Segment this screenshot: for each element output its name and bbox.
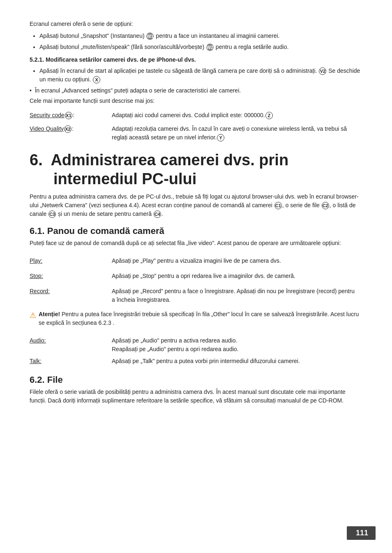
def-desc-play: Apăsați pe „Play" pentru a vizualiza ima… xyxy=(112,252,362,267)
def-desc-stop: Apăsați pe „Stop" pentru a opri redarea … xyxy=(112,267,362,282)
def-row-stop: Stop: Apăsați pe „Stop" pentru a opri re… xyxy=(30,267,362,282)
def-row-security: Security codeX1: Adaptați aici codul cam… xyxy=(30,109,362,121)
badge-x: X xyxy=(93,76,100,83)
section61-intro: Puteți face uz de panoul de comandă după… xyxy=(30,239,362,248)
def-row-audio: Audio: Apăsați pe „Audio" pentru a activ… xyxy=(30,331,362,355)
def-term-play: Play: xyxy=(30,252,112,267)
def-table-521: Security codeX1: Adaptați aici codul cam… xyxy=(30,109,362,143)
def-term-talk: Talk: xyxy=(30,355,112,367)
def-desc-audio: Apăsați pe „Audio" pentru a activa redar… xyxy=(112,331,362,355)
bullet-snapshot: Apăsați butonul „Snapshot" (Instantaneu)… xyxy=(39,32,362,40)
badge-c3: C3 xyxy=(48,211,56,218)
badge-c4: C4 xyxy=(154,211,161,218)
badge-y: Y xyxy=(217,134,224,141)
warning-text: Atenție! Pentru a putea face înregistrăr… xyxy=(39,310,362,327)
def-term-audio: Audio: xyxy=(30,331,112,355)
page-content: Ecranul camerei oferă o serie de opțiuni… xyxy=(0,0,392,433)
def-desc-talk: Apăsați pe „Talk" pentru a putea vorbi p… xyxy=(112,355,362,367)
badge-x1: X1 xyxy=(65,112,72,119)
badge-v2: V2 xyxy=(319,67,326,75)
section-521-heading: 5.2.1. Modificarea setărilor camerei dvs… xyxy=(30,56,362,64)
badge-x2: X2 xyxy=(64,125,71,133)
def-desc-video-quality: Adaptați rezoluția camerei dvs. În cazul… xyxy=(112,121,362,143)
def-table-61: Play: Apăsați pe „Play" pentru a vizuali… xyxy=(30,252,362,306)
intro-paragraph: Ecranul camerei oferă o serie de opțiuni… xyxy=(30,20,362,28)
section6-intro: Pentru a putea administra camera dvs. de… xyxy=(30,192,362,218)
bullet-mute: Apăsați butonul „mute/listen/speak" (făr… xyxy=(39,43,362,51)
def-table-61b: Audio: Apăsați pe „Audio" pentru a activ… xyxy=(30,331,362,367)
page-number: 111 xyxy=(347,526,376,540)
def-term-record: Record: xyxy=(30,282,112,306)
section62-heading: 6.2. File xyxy=(30,375,362,385)
bullet-advanced: • În ecranul „Advanced settings" puteți … xyxy=(30,86,362,95)
def-row-talk: Talk: Apăsați pe „Talk" pentru a putea v… xyxy=(30,355,362,367)
section62-intro: Filele oferă o serie variată de posibili… xyxy=(30,388,362,405)
badge-z: Z xyxy=(265,112,273,119)
bullet-start-screen: Apăsați în ecranul de start al aplicație… xyxy=(39,67,362,84)
def-row-play: Play: Apăsați pe „Play" pentru a vizuali… xyxy=(30,252,362,267)
def-term-video-quality: Video QualityX2: xyxy=(30,121,112,143)
badge-w1: W1 xyxy=(146,32,154,40)
badge-c2: C2 xyxy=(322,202,329,209)
def-term-stop: Stop: xyxy=(30,267,112,282)
def-term-security: Security codeX1: xyxy=(30,109,112,121)
def-row-video-quality: Video QualityX2: Adaptați rezoluția came… xyxy=(30,121,362,143)
badge-w2: W2 xyxy=(206,44,214,51)
warning-box: ⚠ Atenție! Pentru a putea face înregistr… xyxy=(30,310,362,327)
warning-icon: ⚠ xyxy=(30,310,36,321)
def-desc-security: Adaptați aici codul camerei dvs. Codul i… xyxy=(112,109,362,121)
def-desc-record: Apăsați pe „Record" pentru a face o înre… xyxy=(112,282,362,306)
section61-heading: 6.1. Panou de comandă cameră xyxy=(30,226,362,236)
def-row-record: Record: Apăsați pe „Record" pentru a fac… xyxy=(30,282,362,306)
badge-c1: C1 xyxy=(274,202,282,209)
section521-note: Cele mai importante funcții sunt descris… xyxy=(30,97,362,105)
section6-heading: 6. Administrarea camerei dvs. prin inter… xyxy=(30,151,362,188)
